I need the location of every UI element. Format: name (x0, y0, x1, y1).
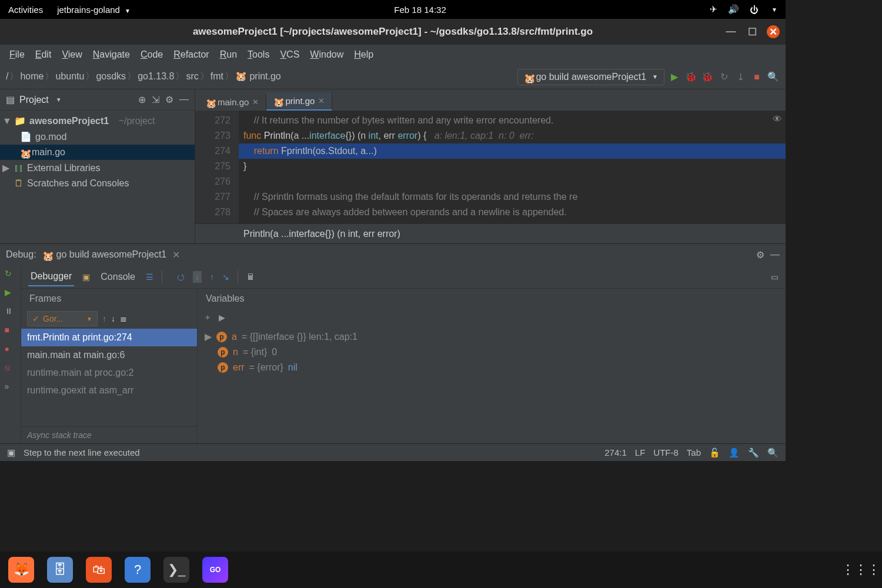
tree-scratches[interactable]: 🗒 Scratches and Consoles (0, 176, 195, 191)
variable-list[interactable]: ▶pa = {[]interface {}} len:1, cap:1pn = … (198, 326, 786, 443)
code-line[interactable]: // Spaces are always added between opera… (239, 205, 786, 220)
tree-file-main-go[interactable]: 🐹 main.go (0, 145, 195, 160)
menu-tools[interactable]: Tools (244, 48, 273, 61)
run-button[interactable]: ▶ (668, 71, 681, 83)
code-line[interactable]: // Sprintln formats using the default fo… (239, 189, 786, 205)
wrench-icon[interactable]: 🔧 (748, 447, 759, 458)
search-everywhere-icon[interactable]: 🔍 (767, 71, 780, 83)
async-stack-trace[interactable]: Async stack trace (21, 426, 197, 443)
tree-file-go-mod[interactable]: 📄 go.mod (0, 129, 195, 145)
prev-frame-icon[interactable]: ↑ (102, 314, 106, 323)
variable-row[interactable]: pn = {int} 0 (202, 345, 781, 360)
chevron-right-icon[interactable]: ▶ (205, 331, 212, 342)
code-line[interactable]: return Fprintln(os.Stdout, a...) (239, 143, 786, 159)
gear-icon[interactable]: ⚙ (756, 249, 764, 260)
view-breakpoints-icon[interactable]: ● (5, 344, 16, 356)
search-icon[interactable]: 🔍 (767, 447, 779, 458)
code-line[interactable]: func Println(a ...interface{}) (n int, e… (239, 128, 786, 143)
menu-refactor[interactable]: Refactor (170, 48, 212, 61)
breadcrumb-segment[interactable]: ubuntu (55, 71, 84, 81)
close-tab-icon[interactable]: ✕ (252, 98, 259, 106)
stack-frame[interactable]: main.main at main.go:6 (21, 346, 197, 364)
close-button[interactable]: ✕ (767, 25, 780, 38)
volume-icon[interactable]: 🔊 (728, 4, 739, 15)
next-frame-icon[interactable]: ↓ (111, 314, 115, 323)
maximize-button[interactable]: ☐ (746, 25, 759, 38)
breadcrumb-segment[interactable]: go1.13.8 (138, 71, 174, 81)
chevron-down-icon[interactable]: ▼ (56, 96, 62, 103)
gear-icon[interactable]: ⚙ (165, 94, 173, 105)
code-line[interactable] (239, 174, 786, 189)
code-line[interactable]: } (239, 159, 786, 174)
menu-navigate[interactable]: Navigate (89, 48, 133, 61)
power-icon[interactable]: ⏻ (750, 5, 759, 15)
project-tree[interactable]: ▼ 📁 awesomeProject1 ~/project 📄 go.mod 🐹… (0, 111, 195, 243)
breadcrumb-segment[interactable]: 🐹 print.go (235, 71, 281, 81)
step-out-icon[interactable]: ↑ (210, 272, 214, 282)
menu-code[interactable]: Code (137, 48, 166, 61)
menu-edit[interactable]: Edit (32, 48, 55, 61)
editor-breadcrumb[interactable]: Println(a ...interface{}) (n int, err er… (195, 223, 786, 243)
step-into-icon[interactable]: ↓ (193, 271, 202, 283)
expand-icon[interactable]: ▶ (219, 313, 225, 322)
resume-icon[interactable]: ▶ (5, 288, 16, 299)
console-tab[interactable]: Console (98, 268, 138, 286)
menu-view[interactable]: View (58, 48, 85, 61)
readonly-icon[interactable]: 🔓 (709, 447, 720, 458)
debugger-tab[interactable]: Debugger (28, 268, 74, 286)
menu-file[interactable]: File (6, 48, 28, 61)
breadcrumb-segment[interactable]: / (6, 71, 8, 81)
expand-all-icon[interactable]: ⇲ (152, 94, 159, 105)
debug-config-tab[interactable]: go build awesomeProject1 (56, 249, 167, 260)
add-watch-icon[interactable]: ＋ (203, 312, 212, 323)
menu-run[interactable]: Run (216, 48, 240, 61)
rerun-icon[interactable]: ↻ (5, 269, 16, 280)
menu-help[interactable]: Help (350, 48, 377, 61)
inspection-eye-icon[interactable]: 👁 (773, 114, 782, 125)
stack-frame[interactable]: runtime.main at proc.go:2 (21, 364, 197, 382)
tree-root[interactable]: ▼ 📁 awesomeProject1 ~/project (0, 113, 195, 129)
more-icon[interactable]: » (5, 382, 16, 393)
frames-list-icon[interactable]: ≣ (120, 314, 127, 323)
tool-window-icon[interactable]: ▣ (7, 447, 15, 458)
breadcrumb-segment[interactable]: home (20, 71, 44, 81)
stack-frame[interactable]: fmt.Println at print.go:274 (21, 329, 197, 346)
hide-icon[interactable]: — (770, 249, 780, 260)
debug-button[interactable]: 🐞 (684, 71, 697, 83)
project-panel-title[interactable]: Project (19, 95, 49, 105)
caret-position[interactable]: 274:1 (604, 447, 627, 457)
variable-row[interactable]: perr = {error} nil (202, 360, 781, 375)
step-over-icon[interactable]: ⭯ (176, 272, 185, 282)
clock[interactable]: Feb 18 14:32 (131, 5, 710, 15)
pause-icon[interactable]: ⏸ (5, 306, 16, 318)
layout-icon[interactable]: ▭ (771, 272, 779, 282)
minimize-button[interactable]: — (724, 25, 737, 38)
stop-button[interactable]: ■ (750, 71, 763, 83)
gutter[interactable]: 272273274275276277278 (195, 111, 239, 223)
mute-breakpoints-icon[interactable]: ⦸ (5, 363, 16, 375)
editor-tab-print-go[interactable]: 🐹print.go ✕ (266, 92, 332, 111)
hide-icon[interactable]: — (179, 94, 189, 105)
stack-frame[interactable]: runtime.goexit at asm_arr (21, 382, 197, 399)
line-separator[interactable]: LF (635, 447, 646, 457)
tree-external-libraries[interactable]: ▶ ⫿⫿ External Libraries (0, 160, 195, 176)
profile-button[interactable]: ↻ (717, 71, 730, 83)
run-to-cursor-icon[interactable]: ↘ (222, 272, 229, 282)
menu-window[interactable]: Window (306, 48, 347, 61)
code-editor[interactable]: 272273274275276277278 // It returns the … (195, 111, 786, 223)
breadcrumb-segment[interactable]: gosdks (96, 71, 126, 81)
coverage-button[interactable]: 🐞 (701, 71, 714, 83)
locate-icon[interactable]: ⊕ (138, 94, 146, 105)
evaluate-icon[interactable]: 🖩 (246, 272, 255, 282)
attach-button[interactable]: ⤓ (734, 71, 747, 83)
breadcrumb-segment[interactable]: fmt (211, 71, 223, 81)
breadcrumb-segment[interactable]: src (186, 71, 198, 81)
indent-setting[interactable]: Tab (687, 447, 701, 457)
code-line[interactable]: // It returns the number of bytes writte… (239, 113, 786, 128)
editor-tab-main-go[interactable]: 🐹main.go ✕ (199, 93, 266, 111)
stop-icon[interactable]: ■ (5, 325, 16, 337)
threads-icon[interactable]: ☰ (146, 272, 153, 282)
run-config-selector[interactable]: 🐹 go build awesomeProject1 ▼ (517, 69, 664, 85)
memory-icon[interactable]: 👤 (729, 447, 740, 458)
airplane-icon[interactable]: ✈ (710, 4, 717, 15)
